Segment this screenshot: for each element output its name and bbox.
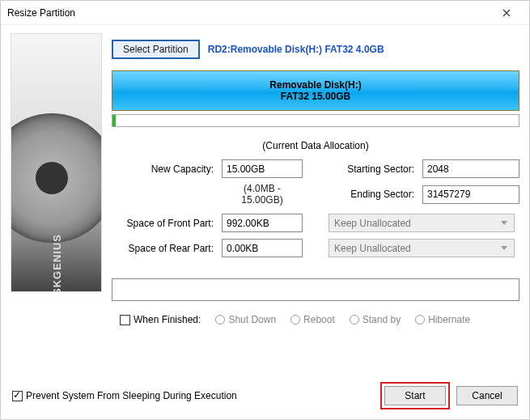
capacity-range-note: (4.0MB - 15.00GB) bbox=[222, 183, 303, 206]
starting-sector-input[interactable] bbox=[422, 159, 519, 178]
radio-shutdown[interactable]: Shut Down bbox=[215, 314, 276, 325]
partition-visual-bar[interactable]: Removable Disk(H:) FAT32 15.00GB bbox=[112, 70, 519, 111]
new-capacity-input[interactable] bbox=[222, 159, 303, 178]
radio-hibernate[interactable]: Hibernate bbox=[415, 314, 470, 325]
brand-label: DISKGENIUS bbox=[50, 234, 62, 292]
radio-reboot[interactable]: Reboot bbox=[290, 314, 335, 325]
select-partition-button[interactable]: Select Partition bbox=[112, 40, 200, 59]
window-title: Resize Partition bbox=[7, 7, 490, 19]
titlebar: Resize Partition bbox=[1, 1, 529, 25]
label-space-front: Space of Front Part: bbox=[112, 218, 217, 229]
partition-fs-size: FAT32 15.00GB bbox=[281, 91, 350, 102]
space-front-input[interactable] bbox=[222, 214, 303, 232]
ending-sector-input[interactable] bbox=[422, 185, 519, 204]
allocation-title: (Current Data Allocation) bbox=[112, 140, 519, 151]
when-finished-checkbox[interactable]: When Finished: bbox=[120, 314, 201, 325]
branding-image: DISKGENIUS bbox=[11, 33, 102, 292]
label-starting-sector: Starting Sector: bbox=[329, 163, 418, 175]
close-icon bbox=[502, 9, 511, 17]
start-button-highlight: Start bbox=[380, 382, 450, 409]
cancel-button[interactable]: Cancel bbox=[456, 386, 518, 405]
label-space-rear: Space of Rear Part: bbox=[112, 243, 217, 254]
status-box bbox=[112, 278, 519, 301]
front-action-combo[interactable]: Keep Unallocated bbox=[329, 214, 515, 232]
slider-used-fill bbox=[112, 115, 116, 126]
radio-standby[interactable]: Stand by bbox=[350, 314, 401, 325]
label-new-capacity: New Capacity: bbox=[112, 163, 217, 175]
close-button[interactable] bbox=[490, 3, 523, 23]
resize-slider[interactable] bbox=[112, 114, 519, 127]
label-ending-sector: Ending Sector: bbox=[329, 189, 418, 200]
partition-name: Removable Disk(H:) bbox=[269, 79, 361, 91]
rear-action-combo[interactable]: Keep Unallocated bbox=[329, 239, 515, 257]
resize-partition-dialog: Resize Partition DISKGENIUS Select Parti… bbox=[0, 0, 530, 420]
selected-partition-label: RD2:Removable Disk(H:) FAT32 4.0GB bbox=[208, 44, 384, 55]
space-rear-input[interactable] bbox=[222, 239, 303, 257]
prevent-sleep-checkbox[interactable]: Prevent System From Sleeping During Exec… bbox=[12, 390, 237, 401]
start-button[interactable]: Start bbox=[384, 386, 446, 405]
